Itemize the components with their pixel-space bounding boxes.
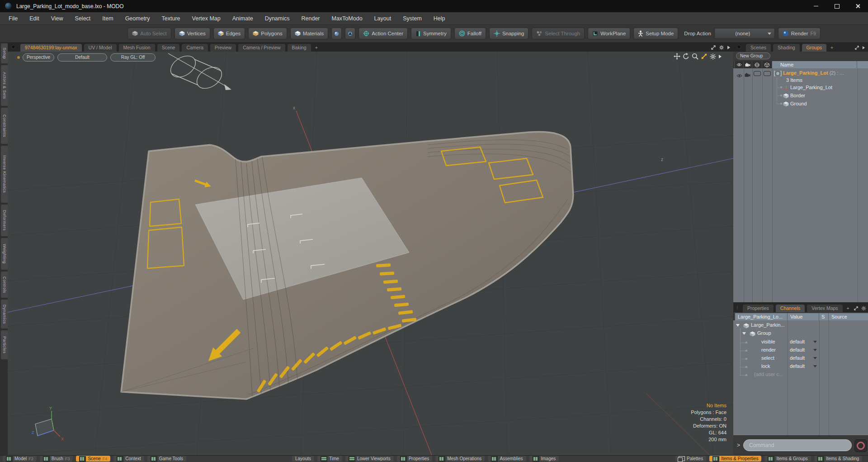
strip-menu-arrow-icon[interactable] bbox=[727, 45, 731, 50]
time-toggle-button[interactable]: Time bbox=[317, 456, 342, 462]
drop-action-dropdown[interactable]: (none) bbox=[714, 28, 775, 39]
tab-strip-pin-icon[interactable] bbox=[11, 45, 15, 49]
tab-properties[interactable]: Properties bbox=[743, 305, 774, 312]
menu-texture[interactable]: Texture bbox=[156, 12, 186, 25]
left-tab-setup[interactable]: Setup bbox=[1, 43, 8, 63]
group-row[interactable]: Large_Parking_Lot (2) : ... bbox=[783, 70, 865, 76]
3d-viewport[interactable]: x z bbox=[8, 52, 733, 455]
menu-vertex-map[interactable]: Vertex Map bbox=[186, 12, 226, 25]
channels-gear-icon[interactable] bbox=[861, 306, 866, 311]
group-render-toggle[interactable] bbox=[745, 71, 750, 79]
gear-icon[interactable] bbox=[719, 45, 724, 50]
group-visibility-checkbox[interactable] bbox=[754, 71, 761, 76]
channels-pin-icon[interactable] bbox=[737, 305, 738, 310]
render-button[interactable]: Render F9 bbox=[778, 28, 821, 39]
command-input[interactable] bbox=[743, 439, 852, 451]
left-tab-inverse-kinematics[interactable]: Inverse Kinematics bbox=[1, 146, 8, 203]
minimize-button[interactable] bbox=[806, 0, 826, 12]
left-tab-dynamics[interactable]: Dynamics bbox=[1, 300, 8, 329]
left-tab-deformers[interactable]: Deformers bbox=[1, 205, 8, 236]
channel-lock[interactable]: lock bbox=[761, 363, 770, 369]
value-dropdown-icon[interactable] bbox=[813, 341, 817, 343]
left-tab-particles[interactable]: Particles bbox=[1, 330, 8, 359]
channels-source-column[interactable]: Source bbox=[829, 313, 868, 320]
viewport-shading-dropdown[interactable]: Default bbox=[57, 53, 107, 62]
tree-handle[interactable] bbox=[780, 95, 782, 96]
tab-groups[interactable]: Groups bbox=[802, 44, 826, 52]
left-tab-controls[interactable]: Controls bbox=[1, 271, 8, 298]
ray-gl-dropdown[interactable]: Ray GL: Off bbox=[110, 53, 156, 62]
orbit-icon[interactable] bbox=[683, 53, 689, 60]
item-selection-set-button[interactable] bbox=[331, 28, 342, 39]
falloff-button[interactable]: Falloff bbox=[454, 28, 486, 39]
mesh-operations-toggle-button[interactable]: Mesh Operations bbox=[435, 456, 485, 462]
channel-lock-value[interactable]: default bbox=[790, 363, 805, 369]
doc-tab-preview[interactable]: Preview bbox=[210, 44, 236, 52]
channels-add-tab-button[interactable]: + bbox=[845, 305, 851, 312]
doc-tab-baking[interactable]: Baking bbox=[288, 44, 311, 52]
value-dropdown-icon[interactable] bbox=[813, 349, 817, 351]
maximize-button[interactable] bbox=[826, 0, 847, 12]
polygons-mode-button[interactable]: Polygons bbox=[248, 28, 287, 39]
doc-tab-mesh-fusion[interactable]: Mesh Fusion bbox=[119, 44, 155, 52]
tab-vertex-maps[interactable]: Vertex Maps bbox=[807, 305, 842, 312]
menu-view[interactable]: View bbox=[45, 12, 69, 25]
menu-geometry[interactable]: Geometry bbox=[119, 12, 156, 25]
tab-channels[interactable]: Channels bbox=[776, 305, 805, 312]
menu-help[interactable]: Help bbox=[428, 12, 451, 25]
groups-pin-icon[interactable] bbox=[737, 45, 741, 49]
left-tab-weighting[interactable]: Weighting bbox=[1, 238, 8, 270]
item-visibility-column-header[interactable] bbox=[752, 61, 762, 68]
doc-tab-layout[interactable]: 97484630199:lay-unmax bbox=[20, 44, 82, 52]
select-through-button[interactable]: Select Through bbox=[532, 28, 585, 39]
menu-item[interactable]: Item bbox=[96, 12, 119, 25]
name-column-header[interactable]: Name bbox=[772, 61, 857, 68]
layout-brush-button[interactable]: Brush F3 bbox=[40, 456, 73, 462]
tree-item-large-parking-lot[interactable]: Large_Parking_Lot bbox=[790, 85, 832, 90]
doc-tab-uv-model[interactable]: UV / Model bbox=[84, 44, 117, 52]
tab-shading[interactable]: Shading bbox=[773, 44, 800, 52]
channel-render[interactable]: render bbox=[761, 347, 776, 352]
menu-maxtomodo[interactable]: MaxToModo bbox=[326, 12, 368, 25]
assemblies-toggle-button[interactable]: Assemblies bbox=[488, 456, 526, 462]
visibility-column-header[interactable] bbox=[735, 61, 744, 68]
layout-model-button[interactable]: Model F2 bbox=[3, 456, 37, 462]
items-properties-button[interactable]: Items & Properties bbox=[709, 456, 761, 462]
viewport-type-dropdown[interactable]: Perspective bbox=[23, 53, 54, 62]
zoom-icon[interactable] bbox=[692, 53, 698, 60]
group-lock-checkbox[interactable] bbox=[764, 71, 771, 76]
new-group-button[interactable]: New Group bbox=[736, 52, 770, 59]
group-expander[interactable] bbox=[742, 332, 746, 335]
viewport-gear-icon[interactable] bbox=[710, 53, 716, 60]
close-button[interactable] bbox=[847, 0, 868, 12]
workplane-button[interactable]: WorkPlane bbox=[588, 28, 630, 39]
doc-tab-scene[interactable]: Scene bbox=[157, 44, 180, 52]
menu-system[interactable]: System bbox=[397, 12, 428, 25]
menu-render[interactable]: Render bbox=[296, 12, 326, 25]
symmetry-button[interactable]: Symmetry bbox=[411, 28, 451, 39]
menu-file[interactable]: File bbox=[3, 12, 24, 25]
images-toggle-button[interactable]: Images bbox=[529, 456, 559, 462]
channels-name-column[interactable]: Large_Parking_Lo... bbox=[735, 313, 788, 320]
layout-scene-button[interactable]: Scene F4 bbox=[76, 456, 110, 462]
menu-animate[interactable]: Animate bbox=[226, 12, 259, 25]
channels-s-column[interactable]: S bbox=[819, 313, 829, 320]
value-dropdown-icon[interactable] bbox=[813, 365, 817, 367]
channel-visible-value[interactable]: default bbox=[790, 339, 805, 344]
menu-edit[interactable]: Edit bbox=[24, 12, 45, 25]
channels-expand-icon[interactable] bbox=[854, 306, 859, 311]
left-tab-constraints[interactable]: Constraints bbox=[1, 108, 8, 144]
groups-add-tab-button[interactable]: + bbox=[829, 44, 835, 52]
menu-layout[interactable]: Layout bbox=[368, 12, 397, 25]
channels-root-row[interactable]: Large_Parkin... bbox=[751, 322, 785, 328]
tab-scenes[interactable]: Scenes bbox=[746, 44, 771, 52]
polygon-set-button[interactable] bbox=[345, 28, 355, 39]
layouts-button[interactable]: Layouts bbox=[292, 456, 314, 462]
pan-icon[interactable] bbox=[674, 53, 680, 60]
channels-value-column[interactable]: Value bbox=[788, 313, 819, 320]
tree-handle[interactable] bbox=[780, 86, 782, 88]
snapping-button[interactable]: Snapping bbox=[489, 28, 529, 39]
channels-group-row[interactable]: Group bbox=[757, 330, 771, 336]
groups-menu-arrow-icon[interactable] bbox=[862, 46, 865, 50]
tree-handle[interactable] bbox=[780, 103, 782, 105]
